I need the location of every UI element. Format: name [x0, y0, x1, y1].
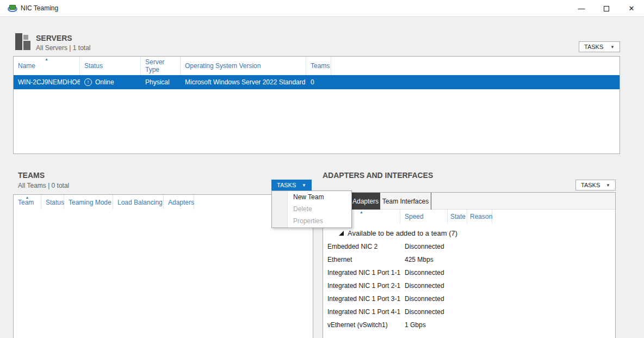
- adapters-panel: Adapters Team Interfaces ▲ Speed State R…: [323, 192, 616, 338]
- maximize-icon: [604, 6, 609, 11]
- teams-tasks-button[interactable]: TASKS ▼: [271, 180, 312, 190]
- server-teams-count: 0: [306, 75, 331, 89]
- teams-col-team[interactable]: ▲ Team: [14, 195, 41, 210]
- servers-col-os-version[interactable]: Operating System Version: [181, 57, 306, 75]
- adapters-table-header: ▲ Speed State Reason: [323, 210, 615, 224]
- servers-table-header: ▲ Name Status Server Type Operating Syst…: [14, 57, 620, 75]
- adapter-speed: Disconnected: [400, 266, 448, 279]
- sort-ascending-icon: ▲: [45, 57, 48, 62]
- chevron-down-icon: ▼: [606, 183, 610, 188]
- chevron-down-icon: ▼: [610, 45, 615, 50]
- close-button[interactable]: ✕: [619, 0, 644, 17]
- adapter-name: Integrated NIC 1 Port 2-1: [323, 279, 400, 292]
- servers-section-title: SERVERS: [36, 34, 72, 42]
- adapters-section-title: ADAPTERS AND INTERFACES: [323, 171, 433, 180]
- servers-col-status[interactable]: Status: [80, 57, 141, 75]
- chevron-down-icon: ▼: [302, 183, 306, 188]
- tab-team-interfaces[interactable]: Team Interfaces: [380, 193, 431, 210]
- adapter-speed: Disconnected: [400, 279, 448, 292]
- adapter-speed: Disconnected: [400, 292, 448, 305]
- titlebar: NIC Teaming — ✕: [0, 0, 644, 17]
- sort-ascending-icon: ▲: [360, 210, 363, 214]
- server-os-version: Microsoft Windows Server 2022 Standard: [181, 75, 306, 89]
- adapters-group-header[interactable]: Available to be added to a team (7): [323, 226, 615, 240]
- adapter-name: vEthernet (vSwitch1): [323, 318, 400, 331]
- menu-item-delete: Delete: [272, 203, 351, 215]
- menu-item-new-team[interactable]: New Team: [272, 191, 351, 203]
- window-title: NIC Teaming: [21, 0, 58, 17]
- adapter-row[interactable]: Integrated NIC 1 Port 4-1 Disconnected: [323, 305, 615, 318]
- adapter-row[interactable]: Embedded NIC 2 Disconnected: [323, 240, 615, 253]
- teams-col-teaming-mode[interactable]: Teaming Mode: [64, 195, 113, 210]
- menu-item-properties: Properties: [272, 215, 351, 227]
- servers-tasks-button[interactable]: TASKS ▼: [579, 41, 620, 52]
- adapter-speed: Disconnected: [400, 305, 448, 318]
- adapter-row[interactable]: Integrated NIC 1 Port 2-1 Disconnected: [323, 279, 615, 292]
- server-name: WIN-2CJ9NEMDHO6: [14, 75, 80, 89]
- group-expanded-icon: [339, 231, 344, 236]
- adapters-col-reason[interactable]: Reason: [467, 210, 492, 224]
- adapter-name: Ethernet: [323, 253, 400, 266]
- adapters-tasks-button[interactable]: TASKS ▼: [575, 180, 616, 190]
- adapter-row[interactable]: Integrated NIC 1 Port 1-1 Disconnected: [323, 266, 615, 279]
- maximize-button[interactable]: [594, 0, 619, 17]
- adapter-row[interactable]: Ethernet 425 Mbps: [323, 253, 615, 266]
- minimize-icon: —: [578, 4, 585, 13]
- adapter-row[interactable]: Integrated NIC 1 Port 3-1 Disconnected: [323, 292, 615, 305]
- nic-teaming-app-icon: [8, 4, 18, 13]
- close-icon: ✕: [629, 4, 635, 13]
- teams-section-subtitle: All Teams | 0 total: [18, 182, 69, 189]
- teams-section-title: TEAMS: [18, 171, 45, 180]
- minimize-button[interactable]: —: [569, 0, 594, 17]
- servers-col-name[interactable]: ▲ Name: [14, 57, 80, 75]
- server-type: Physical: [141, 75, 181, 89]
- teams-col-adapters[interactable]: Adapters: [164, 195, 194, 210]
- adapter-speed: 425 Mbps: [400, 253, 448, 266]
- adapter-name: Integrated NIC 1 Port 3-1: [323, 292, 400, 305]
- online-status-icon: ↑: [84, 78, 92, 86]
- adapter-speed: 1 Gbps: [400, 318, 448, 331]
- servers-table: ▲ Name Status Server Type Operating Syst…: [13, 56, 620, 154]
- adapter-name: Integrated NIC 1 Port 1-1: [323, 266, 400, 279]
- adapters-col-speed[interactable]: Speed: [400, 210, 448, 224]
- sort-ascending-icon: ▲: [26, 195, 29, 200]
- servers-section-icon: [15, 33, 33, 50]
- adapters-col-state[interactable]: State: [448, 210, 467, 224]
- teams-table-header: ▲ Team Status Teaming Mode Load Balancin…: [14, 195, 313, 210]
- servers-col-server-type[interactable]: Server Type: [141, 57, 181, 75]
- teams-tasks-menu: New Team Delete Properties: [271, 190, 352, 228]
- tab-adapters[interactable]: Adapters: [351, 193, 380, 210]
- teams-table: ▲ Team Status Teaming Mode Load Balancin…: [13, 194, 313, 338]
- adapter-row[interactable]: vEthernet (vSwitch1) 1 Gbps: [323, 318, 615, 331]
- adapter-name: Integrated NIC 1 Port 4-1: [323, 305, 400, 318]
- servers-section-subtitle: All Servers | 1 total: [36, 44, 91, 52]
- adapter-name: Embedded NIC 2: [323, 240, 400, 253]
- adapter-speed: Disconnected: [400, 240, 448, 253]
- teams-col-status[interactable]: Status: [41, 195, 64, 210]
- teams-col-load-balancing[interactable]: Load Balancing: [113, 195, 164, 210]
- server-row-selected[interactable]: WIN-2CJ9NEMDHO6 ↑ Online Physical Micros…: [14, 75, 620, 89]
- adapters-table-body: Available to be added to a team (7) Embe…: [323, 224, 615, 331]
- adapters-tabstrip: Adapters Team Interfaces: [323, 193, 615, 210]
- servers-col-teams[interactable]: Teams: [306, 57, 331, 75]
- server-status: ↑ Online: [80, 75, 141, 89]
